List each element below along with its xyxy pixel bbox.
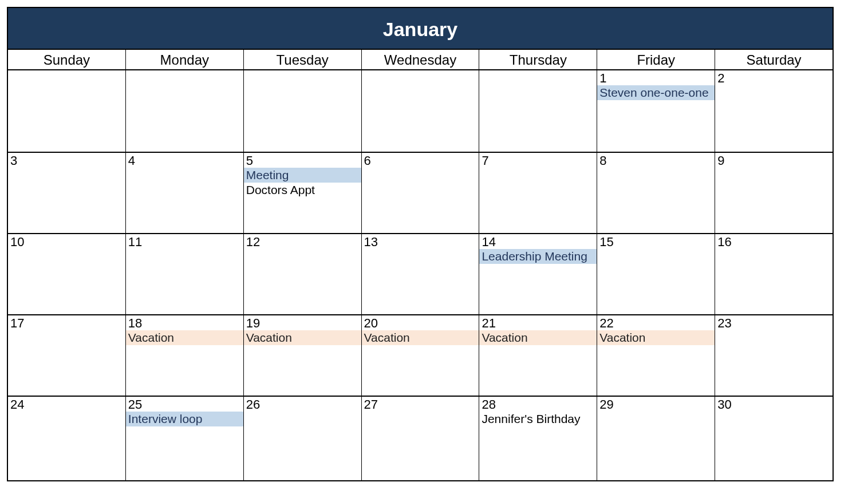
day-number: 29	[597, 397, 715, 412]
day-number: 7	[479, 153, 597, 168]
day-number: 14	[479, 234, 597, 249]
day-number: 19	[244, 315, 361, 330]
week-row: 1011121314Leadership Meeting1516	[8, 234, 833, 315]
day-number: 9	[715, 153, 833, 168]
day-cell[interactable]: 6	[362, 153, 480, 233]
day-number: 22	[597, 315, 715, 330]
day-number: 20	[362, 315, 479, 330]
weekday-header: Sunday	[8, 50, 126, 69]
day-number: 24	[8, 397, 125, 412]
day-number: 5	[244, 153, 361, 168]
day-cell[interactable]: 23	[715, 315, 833, 396]
day-cell[interactable]: 5MeetingDoctors Appt	[244, 153, 362, 233]
day-cell[interactable]: 29	[597, 397, 715, 480]
day-number: 15	[597, 234, 715, 249]
day-cell[interactable]: 21Vacation	[479, 315, 597, 396]
day-cell[interactable]: 30	[715, 397, 833, 480]
day-cell[interactable]: 3	[8, 153, 126, 233]
day-number: 6	[362, 153, 479, 168]
day-cell[interactable]: 13	[362, 234, 480, 314]
day-cell[interactable]	[126, 70, 244, 152]
day-number	[244, 70, 361, 72]
week-row: 1Steven one-one-one2	[8, 70, 833, 153]
day-number	[479, 70, 597, 72]
day-cell[interactable]: 19Vacation	[244, 315, 362, 396]
calendar-event[interactable]: Steven one-one-one	[597, 85, 715, 100]
day-cell[interactable]: 16	[715, 234, 833, 314]
day-cell[interactable]: 26	[244, 397, 362, 480]
calendar-event[interactable]: Jennifer's Birthday	[479, 412, 597, 426]
day-number	[362, 70, 479, 72]
day-cell[interactable]: 2	[715, 70, 833, 152]
calendar-event[interactable]: Doctors Appt	[244, 183, 361, 197]
day-cell[interactable]: 4	[126, 153, 244, 233]
day-cell[interactable]: 7	[479, 153, 597, 233]
calendar-event[interactable]: Vacation	[479, 330, 597, 345]
day-number: 23	[715, 315, 833, 330]
day-cell[interactable]: 12	[244, 234, 362, 314]
calendar: January Sunday Monday Tuesday Wednesday …	[7, 7, 834, 481]
day-number: 28	[479, 397, 597, 412]
calendar-event[interactable]: Vacation	[362, 330, 479, 345]
weekday-header: Tuesday	[244, 50, 362, 69]
day-number: 10	[8, 234, 125, 249]
day-number: 30	[715, 397, 833, 412]
day-number: 11	[126, 234, 243, 249]
day-cell[interactable]: 20Vacation	[362, 315, 480, 396]
day-cell[interactable]: 14Leadership Meeting	[479, 234, 597, 314]
day-cell[interactable]	[8, 70, 126, 152]
day-number: 27	[362, 397, 479, 412]
day-cell[interactable]: 11	[126, 234, 244, 314]
day-cell[interactable]: 22Vacation	[597, 315, 715, 396]
day-cell[interactable]: 27	[362, 397, 480, 480]
calendar-event[interactable]: Vacation	[126, 330, 243, 345]
weekday-header: Friday	[597, 50, 715, 69]
day-number: 17	[8, 315, 125, 330]
week-row: 1718Vacation19Vacation20Vacation21Vacati…	[8, 315, 833, 397]
day-cell[interactable]: 1Steven one-one-one	[597, 70, 715, 152]
calendar-event[interactable]: Vacation	[244, 330, 361, 345]
day-cell[interactable]: 9	[715, 153, 833, 233]
calendar-event[interactable]: Meeting	[244, 168, 361, 183]
day-number: 12	[244, 234, 361, 249]
day-number	[126, 70, 243, 72]
day-number: 8	[597, 153, 715, 168]
day-cell[interactable]: 18Vacation	[126, 315, 244, 396]
weekday-header: Monday	[126, 50, 244, 69]
calendar-event[interactable]: Vacation	[597, 330, 715, 345]
day-number: 16	[715, 234, 833, 249]
day-number	[8, 70, 125, 72]
day-number: 25	[126, 397, 243, 412]
calendar-event[interactable]: Interview loop	[126, 412, 243, 426]
calendar-body: 1Steven one-one-one2345MeetingDoctors Ap…	[8, 70, 833, 480]
week-row: 345MeetingDoctors Appt6789	[8, 153, 833, 234]
month-title: January	[8, 8, 833, 50]
week-row: 2425Interview loop262728Jennifer's Birth…	[8, 397, 833, 480]
day-cell[interactable]: 8	[597, 153, 715, 233]
day-cell[interactable]: 15	[597, 234, 715, 314]
day-number: 21	[479, 315, 597, 330]
day-cell[interactable]	[244, 70, 362, 152]
weekday-header: Saturday	[715, 50, 833, 69]
weekday-header: Wednesday	[362, 50, 480, 69]
day-number: 26	[244, 397, 361, 412]
day-cell[interactable]: 24	[8, 397, 126, 480]
day-number: 1	[597, 70, 715, 85]
calendar-event[interactable]: Leadership Meeting	[479, 249, 597, 264]
day-number: 13	[362, 234, 479, 249]
day-cell[interactable]	[362, 70, 480, 152]
day-number: 3	[8, 153, 125, 168]
day-cell[interactable]: 25Interview loop	[126, 397, 244, 480]
day-cell[interactable]	[479, 70, 597, 152]
weekday-header-row: Sunday Monday Tuesday Wednesday Thursday…	[8, 50, 833, 70]
day-number: 4	[126, 153, 243, 168]
day-cell[interactable]: 17	[8, 315, 126, 396]
day-cell[interactable]: 28Jennifer's Birthday	[479, 397, 597, 480]
day-number: 2	[715, 70, 833, 85]
day-number: 18	[126, 315, 243, 330]
weekday-header: Thursday	[479, 50, 597, 69]
day-cell[interactable]: 10	[8, 234, 126, 314]
